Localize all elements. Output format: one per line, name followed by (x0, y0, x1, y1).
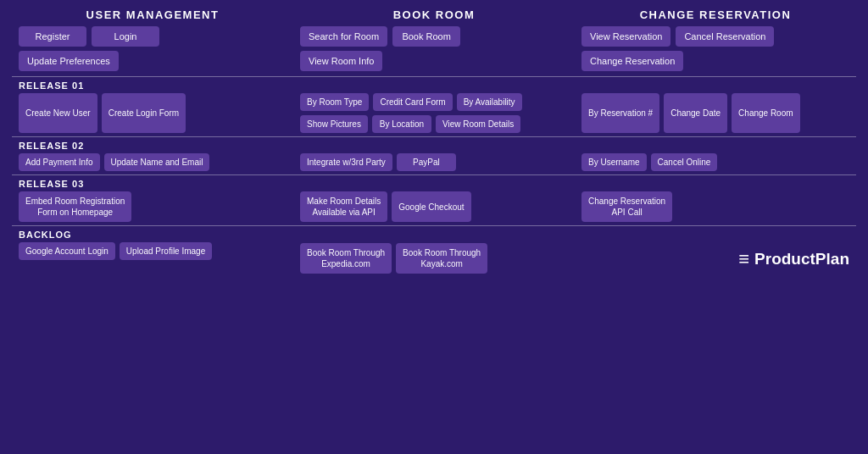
view-reservation-button[interactable]: View Reservation (581, 26, 670, 47)
release-02-label: RELEASE 02 (12, 141, 856, 153)
col-header-book-room: BOOK ROOM (293, 8, 575, 21)
view-room-details-button[interactable]: View Room Details (436, 115, 520, 133)
register-button[interactable]: Register (19, 26, 86, 47)
book-room-kayak-button[interactable]: Book Room Through Kayak.com (396, 243, 487, 274)
cancel-reservation-button[interactable]: Cancel Reservation (676, 26, 774, 47)
logo-icon: ≡ (738, 248, 749, 270)
col-header-change-reservation: CHANGE RESERVATION (575, 8, 856, 21)
by-username-button[interactable]: By Username (581, 153, 647, 171)
integrate-3rd-party-button[interactable]: Integrate w/3rd Party (300, 153, 392, 171)
main-layout: USER MANAGEMENT BOOK ROOM CHANGE RESERVA… (0, 0, 868, 454)
create-login-form-button[interactable]: Create Login Form (102, 93, 186, 133)
change-reservation-top-button[interactable]: Change Reservation (581, 51, 683, 71)
change-date-button[interactable]: Change Date (664, 93, 727, 133)
release-01-label: RELEASE 01 (12, 80, 856, 93)
create-new-user-button[interactable]: Create New User (19, 93, 97, 133)
by-reservation-num-button[interactable]: By Reservation # (581, 93, 659, 133)
add-payment-info-button[interactable]: Add Payment Info (19, 153, 100, 171)
google-account-login-button[interactable]: Google Account Login (19, 242, 115, 260)
view-room-info-button[interactable]: View Room Info (300, 51, 382, 71)
upload-profile-image-button[interactable]: Upload Profile Image (120, 242, 212, 260)
credit-card-form-button[interactable]: Credit Card Form (373, 93, 452, 111)
paypal-button[interactable]: PayPal (397, 153, 456, 171)
embed-room-reg-button[interactable]: Embed Room Registration Form on Homepage (19, 191, 131, 222)
release-03-label: RELEASE 03 (12, 179, 856, 191)
by-room-type-button[interactable]: By Room Type (300, 93, 369, 111)
google-checkout-button[interactable]: Google Checkout (392, 191, 470, 222)
update-preferences-button[interactable]: Update Preferences (19, 51, 119, 71)
make-room-details-api-button[interactable]: Make Room Details Available via API (300, 191, 387, 222)
book-room-button[interactable]: Book Room (392, 26, 460, 47)
by-availability-button[interactable]: By Availability (457, 93, 522, 111)
login-button[interactable]: Login (92, 26, 159, 47)
show-pictures-button[interactable]: Show Pictures (300, 115, 368, 133)
change-room-button[interactable]: Change Room (732, 93, 799, 133)
update-name-email-button[interactable]: Update Name and Email (104, 153, 210, 171)
book-room-expedia-button[interactable]: Book Room Through Expedia.com (300, 243, 392, 274)
logo-text: ProductPlan (754, 250, 849, 269)
by-location-button[interactable]: By Location (372, 115, 431, 133)
backlog-label: BACKLOG (19, 230, 287, 240)
cancel-online-button[interactable]: Cancel Online (651, 153, 718, 171)
change-reservation-api-button[interactable]: Change Reservation API Call (581, 191, 672, 222)
search-for-room-button[interactable]: Search for Room (300, 26, 387, 47)
productplan-logo: ≡ ProductPlan (738, 248, 849, 274)
col-header-user-management: USER MANAGEMENT (12, 8, 293, 21)
